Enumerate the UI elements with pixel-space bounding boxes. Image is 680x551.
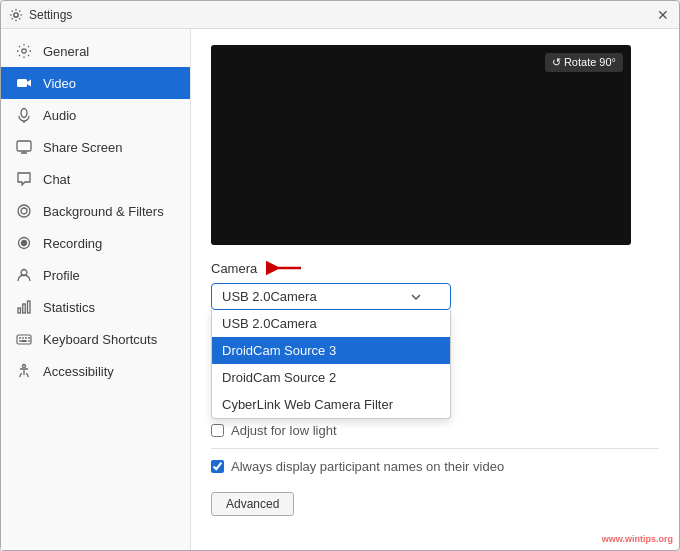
sidebar: General Video [1,29,191,550]
sidebar-label-statistics: Statistics [43,300,95,315]
chevron-down-icon [410,291,422,303]
camera-select-display[interactable]: USB 2.0Camera [211,283,451,310]
low-light-checkbox[interactable] [211,424,224,437]
svg-rect-12 [23,304,26,313]
keyboard-icon [15,330,33,348]
titlebar-left: Settings [9,8,72,22]
profile-icon [15,266,33,284]
sidebar-label-share-screen: Share Screen [43,140,123,155]
background-icon [15,202,33,220]
svg-rect-14 [17,335,31,344]
sidebar-item-general[interactable]: General [1,35,190,67]
svg-rect-11 [18,308,21,313]
svg-point-3 [21,109,27,118]
sidebar-label-video: Video [43,76,76,91]
sidebar-label-keyboard: Keyboard Shortcuts [43,332,157,347]
sidebar-item-share-screen[interactable]: Share Screen [1,131,190,163]
sidebar-item-audio[interactable]: Audio [1,99,190,131]
svg-point-1 [22,49,26,53]
sidebar-label-audio: Audio [43,108,76,123]
camera-label-row: Camera [211,259,659,277]
divider [211,448,659,449]
camera-selected-value: USB 2.0Camera [222,289,317,304]
svg-point-9 [22,241,27,246]
sidebar-item-keyboard[interactable]: Keyboard Shortcuts [1,323,190,355]
sidebar-item-video[interactable]: Video [1,67,190,99]
svg-rect-13 [28,301,31,313]
statistics-icon [15,298,33,316]
camera-select-wrapper: USB 2.0Camera USB 2.0Camera DroidCam Sou… [211,283,451,310]
dropdown-option-droidcam3[interactable]: DroidCam Source 3 [212,337,450,364]
window-title: Settings [29,8,72,22]
rotate-button[interactable]: ↺ Rotate 90° [545,53,623,72]
camera-section: Camera [211,259,659,310]
svg-point-0 [14,12,18,16]
sidebar-item-accessibility[interactable]: Accessibility [1,355,190,387]
participant-names-label: Always display participant names on thei… [231,459,504,474]
svg-point-7 [21,208,27,214]
dropdown-option-usb[interactable]: USB 2.0Camera [212,310,450,337]
video-icon [15,74,33,92]
settings-icon [9,8,23,22]
red-arrow-icon [265,259,303,277]
participant-names-row: Always display participant names on thei… [211,459,659,474]
sidebar-item-profile[interactable]: Profile [1,259,190,291]
svg-rect-5 [17,141,31,151]
accessibility-icon [15,362,33,380]
audio-icon [15,106,33,124]
svg-point-6 [18,205,30,217]
participant-names-checkbox[interactable] [211,460,224,473]
watermark: www.wintips.org [602,534,673,544]
dropdown-option-droidcam2[interactable]: DroidCam Source 2 [212,364,450,391]
chat-icon [15,170,33,188]
sidebar-item-statistics[interactable]: Statistics [1,291,190,323]
camera-arrow-indicator [265,259,303,277]
camera-preview: ↺ Rotate 90° [211,45,631,245]
sidebar-label-chat: Chat [43,172,70,187]
svg-rect-2 [17,79,27,87]
titlebar: Settings ✕ [1,1,679,29]
low-light-row: Adjust for low light [211,423,659,438]
sidebar-label-profile: Profile [43,268,80,283]
video-settings-panel: ↺ Rotate 90° Camera [191,29,679,550]
sidebar-label-background: Background & Filters [43,204,164,219]
sidebar-label-accessibility: Accessibility [43,364,114,379]
sidebar-label-general: General [43,44,89,59]
camera-text: Camera [211,261,257,276]
close-button[interactable]: ✕ [655,7,671,23]
sidebar-label-recording: Recording [43,236,102,251]
sidebar-item-background[interactable]: Background & Filters [1,195,190,227]
general-icon [15,42,33,60]
camera-dropdown: USB 2.0Camera DroidCam Source 3 DroidCam… [211,310,451,419]
sidebar-item-chat[interactable]: Chat [1,163,190,195]
low-light-label: Adjust for low light [231,423,337,438]
recording-icon [15,234,33,252]
settings-window: Settings ✕ General [0,0,680,551]
svg-point-22 [23,365,26,368]
dropdown-option-cyberlink[interactable]: CyberLink Web Camera Filter [212,391,450,418]
main-content: General Video [1,29,679,550]
share-screen-icon [15,138,33,156]
sidebar-item-recording[interactable]: Recording [1,227,190,259]
advanced-button[interactable]: Advanced [211,492,294,516]
